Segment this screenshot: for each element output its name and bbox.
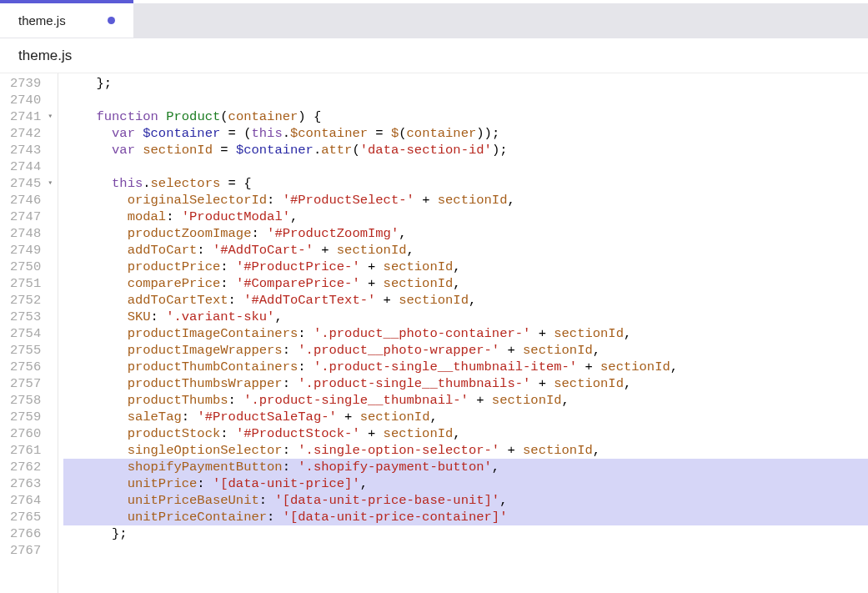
code-line[interactable]: modal: 'ProductModal', xyxy=(63,209,868,225)
gutter-line: 2747 xyxy=(10,209,53,225)
gutter-line: 2754 xyxy=(10,325,53,342)
fold-arrow-icon[interactable]: ▾ xyxy=(44,175,53,192)
gutter-line: 2767 xyxy=(10,542,53,559)
dirty-indicator-icon xyxy=(108,17,115,24)
breadcrumb: theme.js xyxy=(0,38,868,73)
code-line[interactable]: productThumbs: '.product-single__thumbna… xyxy=(63,392,868,409)
gutter-line: 2755 xyxy=(10,342,53,359)
code-line[interactable]: this.selectors = { xyxy=(63,175,868,192)
gutter-line: 2739 xyxy=(10,75,53,92)
gutter-line: 2760 xyxy=(10,425,53,442)
tab-bar: theme.js xyxy=(0,3,868,38)
code-line[interactable]: unitPriceContainer: '[data-unit-price-co… xyxy=(63,509,868,525)
gutter-line: 2743 xyxy=(10,142,53,158)
gutter: 273927402741▾2742274327442745▾2746274727… xyxy=(0,73,58,593)
code-line[interactable]: productZoomImage: '#ProductZoomImg', xyxy=(63,225,868,242)
tab-label: theme.js xyxy=(18,13,66,28)
code-line[interactable]: comparePrice: '#ComparePrice-' + section… xyxy=(63,275,868,292)
code-line[interactable]: saleTag: '#ProductSaleTag-' + sectionId, xyxy=(63,409,868,425)
code-line[interactable]: productStock: '#ProductStock-' + section… xyxy=(63,425,868,442)
gutter-line: 2752 xyxy=(10,292,53,309)
fold-arrow-icon[interactable]: ▾ xyxy=(44,108,53,125)
gutter-line: 2746 xyxy=(10,192,53,209)
gutter-line: 2756 xyxy=(10,359,53,375)
gutter-line: 2751 xyxy=(10,275,53,292)
gutter-line: 2741▾ xyxy=(10,108,53,125)
gutter-line: 2740 xyxy=(10,92,53,108)
gutter-line: 2748 xyxy=(10,225,53,242)
code-line[interactable]: originalSelectorId: '#ProductSelect-' + … xyxy=(63,192,868,209)
gutter-line: 2764 xyxy=(10,492,53,509)
breadcrumb-file: theme.js xyxy=(18,48,72,64)
code-line[interactable]: productThumbsWrapper: '.product-single__… xyxy=(63,375,868,392)
code-line[interactable]: addToCartText: '#AddToCartText-' + secti… xyxy=(63,292,868,309)
gutter-line: 2742 xyxy=(10,125,53,142)
code-line[interactable]: productImageContainers: '.product__photo… xyxy=(63,325,868,342)
code-area[interactable]: }; function Product(container) { var $co… xyxy=(58,73,868,593)
code-line[interactable] xyxy=(63,158,868,175)
gutter-line: 2762 xyxy=(10,459,53,475)
gutter-line: 2745▾ xyxy=(10,175,53,192)
tab-theme-js[interactable]: theme.js xyxy=(0,3,133,38)
code-line[interactable]: SKU: '.variant-sku', xyxy=(63,309,868,325)
code-line[interactable]: productThumbContainers: '.product-single… xyxy=(63,359,868,375)
code-line[interactable]: var $container = (this.$container = $(co… xyxy=(63,125,868,142)
gutter-line: 2750 xyxy=(10,259,53,275)
code-line[interactable]: function Product(container) { xyxy=(63,108,868,125)
code-editor[interactable]: 273927402741▾2742274327442745▾2746274727… xyxy=(0,73,868,593)
code-line[interactable] xyxy=(63,92,868,108)
code-line[interactable]: shopifyPaymentButton: '.shopify-payment-… xyxy=(63,459,868,475)
gutter-line: 2749 xyxy=(10,242,53,259)
code-line[interactable]: productPrice: '#ProductPrice-' + section… xyxy=(63,259,868,275)
gutter-line: 2744 xyxy=(10,158,53,175)
gutter-line: 2761 xyxy=(10,442,53,459)
gutter-line: 2766 xyxy=(10,525,53,542)
gutter-line: 2763 xyxy=(10,475,53,492)
gutter-line: 2753 xyxy=(10,309,53,325)
gutter-line: 2757 xyxy=(10,375,53,392)
code-line[interactable]: unitPriceBaseUnit: '[data-unit-price-bas… xyxy=(63,492,868,509)
code-line[interactable]: }; xyxy=(63,75,868,92)
gutter-line: 2759 xyxy=(10,409,53,425)
code-line[interactable]: var sectionId = $container.attr('data-se… xyxy=(63,142,868,158)
code-line[interactable]: }; xyxy=(63,525,868,542)
gutter-line: 2765 xyxy=(10,509,53,525)
code-line[interactable]: unitPrice: '[data-unit-price]', xyxy=(63,475,868,492)
code-line[interactable] xyxy=(63,542,868,559)
code-line[interactable]: productImageWrappers: '.product__photo-w… xyxy=(63,342,868,359)
code-line[interactable]: addToCart: '#AddToCart-' + sectionId, xyxy=(63,242,868,259)
gutter-line: 2758 xyxy=(10,392,53,409)
code-line[interactable]: singleOptionSelector: '.single-option-se… xyxy=(63,442,868,459)
